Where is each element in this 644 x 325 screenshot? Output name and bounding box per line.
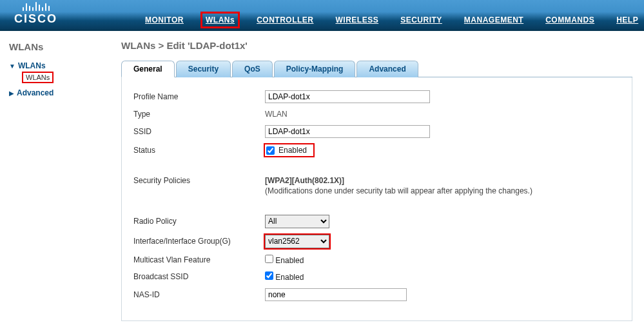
nav-help[interactable]: HELP xyxy=(612,13,642,27)
interface-label: Interface/Interface Group(G) xyxy=(133,237,265,246)
caret-right-icon: ▶ xyxy=(9,90,14,97)
tab-security[interactable]: Security xyxy=(176,61,231,77)
row-profile-name: Profile Name xyxy=(133,90,620,103)
nav-wireless[interactable]: WIRELESS xyxy=(331,13,382,27)
tab-general[interactable]: General xyxy=(121,61,175,77)
tabset: General Security QoS Policy-Mapping Adva… xyxy=(121,60,632,77)
cisco-logo: CISCO xyxy=(14,0,57,26)
status-text: Enabled xyxy=(278,146,307,155)
type-label: Type xyxy=(133,110,265,119)
top-navigation-bar: CISCO MONITOR WLANs CONTROLLER WIRELESS … xyxy=(0,0,644,31)
security-policies-label: Security Policies xyxy=(133,176,265,185)
sidebar-item-label: WLANs xyxy=(18,61,46,70)
interface-select[interactable]: vlan2562 xyxy=(265,235,329,248)
row-security-policies: Security Policies [WPA2][Auth(802.1X)] (… xyxy=(133,176,620,195)
nasid-input[interactable] xyxy=(265,288,407,301)
caret-down-icon: ▼ xyxy=(9,63,15,70)
profile-name-label: Profile Name xyxy=(133,92,265,101)
profile-name-input[interactable] xyxy=(265,90,430,103)
ssid-input[interactable] xyxy=(265,125,430,138)
sidebar-sub-wlans[interactable]: WLANs xyxy=(23,73,52,82)
nav-security[interactable]: SECURITY xyxy=(396,13,446,27)
nav-monitor[interactable]: MONITOR xyxy=(141,13,188,27)
breadcrumb: WLANs > Edit 'LDAP-dot1x' xyxy=(121,40,632,51)
row-status: Status Enabled xyxy=(133,144,620,157)
nav-commands[interactable]: COMMANDS xyxy=(542,13,598,27)
status-label: Status xyxy=(133,146,265,155)
row-radio-policy: Radio Policy All xyxy=(133,215,620,228)
row-nasid: NAS-ID xyxy=(133,288,620,301)
primary-nav: MONITOR WLANs CONTROLLER WIRELESS SECURI… xyxy=(141,13,644,27)
sidebar-title: WLANs xyxy=(9,41,103,52)
sidebar-item-label: Advanced xyxy=(17,88,54,97)
radio-policy-select[interactable]: All xyxy=(265,215,329,228)
tab-qos[interactable]: QoS xyxy=(232,61,273,77)
sidebar: WLANs ▼ WLANs WLANs ▶ Advanced xyxy=(0,31,110,325)
tab-policy[interactable]: Policy-Mapping xyxy=(274,61,356,77)
multicast-label: Multicast Vlan Feature xyxy=(133,255,265,264)
broadcast-ssid-checkbox[interactable] xyxy=(265,271,273,280)
row-broadcast-ssid: Broadcast SSID Enabled xyxy=(133,271,620,282)
nav-management[interactable]: MANAGEMENT xyxy=(460,13,527,27)
row-ssid: SSID xyxy=(133,125,620,138)
ssid-label: SSID xyxy=(133,127,265,136)
nav-controller[interactable]: CONTROLLER xyxy=(253,13,317,27)
row-multicast: Multicast Vlan Feature Enabled xyxy=(133,255,620,265)
broadcast-ssid-label: Broadcast SSID xyxy=(133,272,265,281)
sidebar-item-advanced[interactable]: ▶ Advanced xyxy=(9,88,103,97)
tab-advanced[interactable]: Advanced xyxy=(356,61,418,77)
broadcast-ssid-text: Enabled xyxy=(275,273,304,282)
nav-wlans[interactable]: WLANs xyxy=(202,13,239,27)
sidebar-sub: WLANs xyxy=(23,73,103,82)
security-policies-note: (Modifications done under security tab w… xyxy=(265,186,532,195)
multicast-text: Enabled xyxy=(275,256,304,265)
radio-policy-label: Radio Policy xyxy=(133,217,265,226)
status-cell: Enabled xyxy=(265,144,313,156)
row-interface: Interface/Interface Group(G) vlan2562 xyxy=(133,235,620,248)
type-value: WLAN xyxy=(265,110,288,119)
sidebar-item-wlans[interactable]: ▼ WLANs xyxy=(9,61,103,70)
nasid-label: NAS-ID xyxy=(133,290,265,299)
status-checkbox[interactable] xyxy=(266,146,275,155)
main-area: WLANs ▼ WLANs WLANs ▶ Advanced WLANs > E… xyxy=(0,31,644,325)
content: WLANs > Edit 'LDAP-dot1x' General Securi… xyxy=(110,31,644,325)
security-policies-value: [WPA2][Auth(802.1X)] xyxy=(265,176,532,185)
cisco-logo-bars xyxy=(23,0,50,11)
multicast-checkbox[interactable] xyxy=(265,255,273,263)
row-type: Type WLAN xyxy=(133,110,620,119)
brand-text: CISCO xyxy=(14,12,57,26)
general-panel: Profile Name Type WLAN SSID Status xyxy=(121,77,632,321)
